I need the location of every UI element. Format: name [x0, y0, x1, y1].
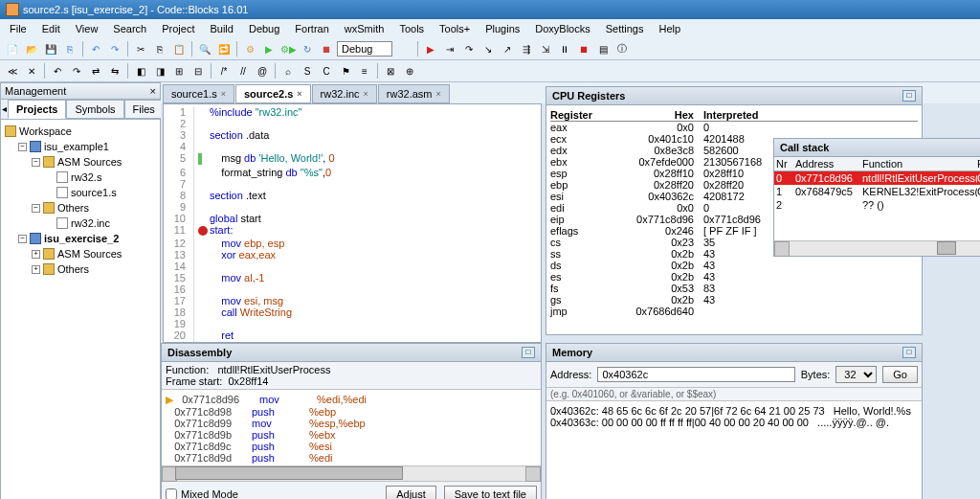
panel-gear-icon[interactable]: □	[902, 90, 916, 102]
menu-build[interactable]: Build	[204, 21, 238, 36]
t2-c-icon[interactable]: ↶	[49, 62, 66, 79]
management-close-icon[interactable]: ×	[150, 85, 156, 97]
memory-addr-input[interactable]	[597, 367, 794, 382]
save-icon[interactable]: 💾	[42, 40, 59, 57]
adjust-button[interactable]: Adjust	[386, 486, 436, 499]
edtab-source2[interactable]: source2.s×	[235, 84, 311, 103]
menu-wxsmith[interactable]: wxSmith	[339, 21, 390, 36]
run-icon[interactable]: ▶	[260, 40, 278, 57]
t2-r-icon[interactable]: ≡	[356, 62, 373, 79]
t2-l-icon[interactable]: //	[234, 62, 252, 79]
menu-search[interactable]: Search	[107, 21, 152, 36]
t2-i-icon[interactable]: ⊞	[170, 62, 188, 79]
find-icon[interactable]: 🔍	[196, 40, 213, 57]
t2-h-icon[interactable]: ◨	[151, 62, 168, 79]
t2-j-icon[interactable]: ⊟	[189, 62, 207, 79]
menu-help[interactable]: Help	[653, 21, 686, 36]
close-icon[interactable]: ×	[221, 89, 226, 99]
edtab-source1[interactable]: source1.s×	[163, 84, 234, 103]
tree-file-rw32s[interactable]: rw32.s	[45, 170, 156, 185]
debug-next-icon[interactable]: ↷	[460, 40, 478, 57]
tree-project-2[interactable]: −isu_exercise_2	[18, 231, 156, 246]
mixed-mode-checkbox[interactable]: Mixed Mode	[166, 488, 238, 499]
t2-o-icon[interactable]: S	[299, 62, 316, 79]
debug-run-icon[interactable]: ▶	[422, 40, 439, 57]
rebuild-icon[interactable]: ↻	[299, 40, 316, 57]
t2-s-icon[interactable]: ⊠	[382, 62, 399, 79]
debug-stepinstr-icon[interactable]: ⇲	[537, 40, 554, 57]
management-title: Management	[5, 85, 66, 97]
debug-nextinstr-icon[interactable]: ⇶	[518, 40, 535, 57]
menu-doxyblocks[interactable]: DoxyBlocks	[529, 21, 595, 36]
t2-k-icon[interactable]: /*	[215, 62, 233, 79]
disassembly-title: Disassembly	[167, 347, 232, 358]
undo-icon[interactable]: ↶	[87, 40, 104, 57]
tree-file-rw32inc[interactable]: rw32.inc	[45, 215, 156, 231]
tab-symbols[interactable]: Symbols	[66, 100, 123, 119]
t2-m-icon[interactable]: @	[254, 62, 271, 79]
t2-f-icon[interactable]: ⇆	[106, 62, 123, 79]
panel-gear-icon[interactable]: □	[902, 347, 916, 358]
buildrun-icon[interactable]: ⚙▶	[279, 40, 297, 57]
t2-d-icon[interactable]: ↷	[68, 62, 85, 79]
close-icon[interactable]: ×	[364, 89, 368, 99]
copy-icon[interactable]: ⎘	[151, 40, 168, 57]
tree-group-others-1[interactable]: −Others	[32, 200, 156, 215]
memory-go-button[interactable]: Go	[882, 366, 918, 383]
t2-p-icon[interactable]: C	[318, 62, 335, 79]
tree-file-source1s[interactable]: source1.s	[45, 185, 156, 200]
open-icon[interactable]: 📂	[23, 40, 40, 57]
edtab-rw32inc[interactable]: rw32.inc×	[312, 84, 377, 103]
debug-break-icon[interactable]: ⏸	[556, 40, 573, 57]
tab-projects[interactable]: Projects	[8, 100, 66, 119]
debug-runtocursor-icon[interactable]: ⇥	[441, 40, 458, 57]
menu-plugins[interactable]: Plugins	[479, 21, 525, 36]
save-to-text-button[interactable]: Save to text file	[444, 486, 537, 499]
redo-icon[interactable]: ↷	[106, 40, 123, 57]
tree-group-asm-1[interactable]: −ASM Sources	[32, 154, 156, 170]
menu-settings[interactable]: Settings	[600, 21, 650, 36]
debug-stop-icon[interactable]: ⏹	[575, 40, 592, 57]
saveall-icon[interactable]: ⎘	[61, 40, 78, 57]
stop-icon[interactable]: ⏹	[318, 40, 335, 57]
replace-icon[interactable]: 🔁	[215, 40, 233, 57]
debug-stepout-icon[interactable]: ↗	[499, 40, 516, 57]
paste-icon[interactable]: 📋	[170, 40, 188, 57]
t2-b-icon[interactable]: ✕	[23, 62, 40, 79]
menu-file[interactable]: File	[4, 21, 33, 36]
memory-bytes-select[interactable]: 32	[835, 366, 877, 383]
t2-a-icon[interactable]: ≪	[4, 62, 21, 79]
debug-windows-icon[interactable]: ▤	[594, 40, 612, 57]
t2-e-icon[interactable]: ⇄	[87, 62, 104, 79]
disasm-scrollbar[interactable]	[162, 465, 541, 481]
menu-project[interactable]: Project	[156, 21, 200, 36]
t2-g-icon[interactable]: ◧	[132, 62, 149, 79]
edtab-rw32asm[interactable]: rw32.asm×	[378, 84, 450, 103]
tab-left-icon[interactable]: ◂	[1, 100, 8, 117]
cut-icon[interactable]: ✂	[132, 40, 149, 57]
t2-t-icon[interactable]: ⊕	[401, 62, 418, 79]
menu-toolsplus[interactable]: Tools+	[434, 21, 476, 36]
menu-tools[interactable]: Tools	[393, 21, 430, 36]
tree-workspace[interactable]: Workspace	[5, 124, 156, 139]
tab-files[interactable]: Files	[124, 100, 164, 119]
menu-debug[interactable]: Debug	[243, 21, 285, 36]
menu-view[interactable]: View	[70, 21, 104, 36]
new-icon[interactable]: 📄	[4, 40, 21, 57]
panel-gear-icon[interactable]: □	[522, 347, 535, 358]
close-icon[interactable]: ×	[436, 89, 441, 99]
tree-group-others-2[interactable]: +Others	[32, 261, 156, 277]
debug-step-icon[interactable]: ↘	[479, 40, 497, 57]
debug-info-icon[interactable]: ⓘ	[613, 40, 631, 57]
callstack-scrollbar[interactable]	[774, 240, 980, 256]
build-icon[interactable]: ⚙	[241, 40, 258, 57]
t2-q-icon[interactable]: ⚑	[337, 62, 354, 79]
tree-project-1[interactable]: −isu_example1	[18, 139, 156, 154]
menu-fortran[interactable]: Fortran	[289, 21, 334, 36]
t2-n-icon[interactable]: ⌕	[279, 62, 297, 79]
tree-group-asm-2[interactable]: +ASM Sources	[32, 246, 156, 261]
menu-edit[interactable]: Edit	[36, 21, 66, 36]
close-icon[interactable]: ×	[297, 89, 301, 99]
code-editor[interactable]: 1%include "rw32.inc"23section .data45 ms…	[163, 103, 542, 343]
config-select[interactable]: Debug	[337, 41, 392, 57]
